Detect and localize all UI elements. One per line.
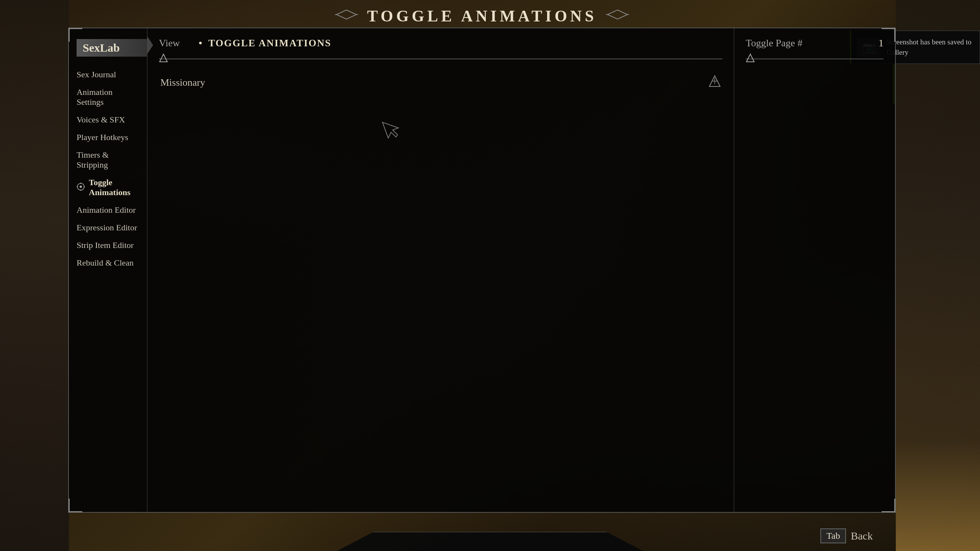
- right-panel-header: Toggle Page # 1: [746, 37, 884, 49]
- sidebar-title: SexLab: [77, 39, 147, 57]
- sidebar-item-toggle-animations[interactable]: Toggle Animations: [69, 174, 147, 201]
- title-ornament-left: [335, 8, 358, 24]
- svg-point-7: [80, 186, 82, 188]
- sidebar-label-toggle-animations: Toggle Animations: [89, 178, 139, 197]
- screenshot-text: Screenshot has been saved to Gallery: [887, 37, 973, 57]
- tab-back-control[interactable]: Tab Back: [820, 528, 873, 543]
- right-slider-handle: [746, 54, 755, 65]
- left-content-panel: View • TOGGLE ANIMATIONS Miss: [147, 28, 734, 512]
- back-label: Back: [851, 530, 873, 542]
- right-slider-container[interactable]: [746, 55, 884, 63]
- toggle-animations-value: TOGGLE ANIMATIONS: [208, 37, 331, 49]
- svg-marker-17: [746, 54, 754, 62]
- sidebar-label-rebuild-clean: Rebuild & Clean: [77, 258, 134, 268]
- svg-marker-12: [160, 54, 167, 62]
- left-slider-handle: [159, 54, 168, 65]
- missionary-label: Missionary: [160, 77, 205, 88]
- sidebar-item-animation-settings[interactable]: Animation Settings: [69, 83, 147, 111]
- view-label: View: [159, 37, 189, 49]
- sidebar-item-player-hotkeys[interactable]: Player Hotkeys: [69, 129, 147, 146]
- sidebar-item-sex-journal[interactable]: Sex Journal: [69, 66, 147, 83]
- toggle-page-label: Toggle Page #: [746, 37, 802, 49]
- svg-marker-0: [336, 10, 356, 19]
- sidebar-item-animation-editor[interactable]: Animation Editor: [69, 201, 147, 219]
- page-title: TOGGLE ANIMATIONS: [367, 7, 597, 25]
- bg-right: [896, 0, 980, 551]
- sidebar-title-container: SexLab: [69, 36, 147, 60]
- sidebar-label-animation-settings: Animation Settings: [77, 87, 139, 107]
- svg-marker-16: [382, 118, 401, 140]
- sidebar-item-strip-item-editor[interactable]: Strip Item Editor: [69, 236, 147, 254]
- sidebar-label-voices-sfx: Voices & SFX: [77, 115, 125, 125]
- bottom-bar: [337, 532, 643, 551]
- sidebar-label-expression-editor: Expression Editor: [77, 223, 137, 233]
- right-slider-bar: [746, 59, 884, 59]
- svg-marker-3: [608, 10, 627, 19]
- content-area: View • TOGGLE ANIMATIONS Miss: [147, 28, 895, 512]
- cursor-area: [159, 95, 722, 171]
- sidebar-item-voices-sfx[interactable]: Voices & SFX: [69, 111, 147, 129]
- sidebar-item-timers-stripping[interactable]: Timers & Stripping: [69, 146, 147, 174]
- sidebar-item-rebuild-clean[interactable]: Rebuild & Clean: [69, 254, 147, 272]
- left-panel-header: View • TOGGLE ANIMATIONS: [159, 37, 722, 49]
- missionary-list-item[interactable]: Missionary: [159, 70, 722, 95]
- active-icon: [77, 183, 85, 193]
- sidebar-label-sex-journal: Sex Journal: [77, 70, 116, 80]
- left-slider-bar: [159, 59, 722, 59]
- toggle-page-number: 1: [879, 37, 884, 49]
- title-ornament-right: [606, 8, 629, 24]
- tab-key: Tab: [820, 528, 846, 543]
- sidebar-label-animation-editor: Animation Editor: [77, 205, 136, 215]
- left-slider-container[interactable]: [159, 55, 722, 63]
- bg-left: [0, 0, 69, 551]
- sidebar-item-expression-editor[interactable]: Expression Editor: [69, 219, 147, 236]
- right-content-panel: Toggle Page # 1: [734, 28, 895, 512]
- game-cursor: [381, 115, 407, 145]
- main-panel: TOGGLE ANIMATIONS SexLab Sex Journal Ani…: [68, 28, 896, 513]
- sidebar: SexLab Sex Journal Animation Settings Vo…: [69, 28, 147, 512]
- sidebar-label-strip-item-editor: Strip Item Editor: [77, 240, 134, 250]
- left-panel-value: • TOGGLE ANIMATIONS: [199, 37, 331, 49]
- missionary-icon: [709, 75, 721, 90]
- sidebar-label-timers-stripping: Timers & Stripping: [77, 150, 139, 170]
- sidebar-label-player-hotkeys: Player Hotkeys: [77, 132, 128, 142]
- bullet-dot: •: [199, 37, 203, 49]
- title-bar: TOGGLE ANIMATIONS: [335, 7, 629, 25]
